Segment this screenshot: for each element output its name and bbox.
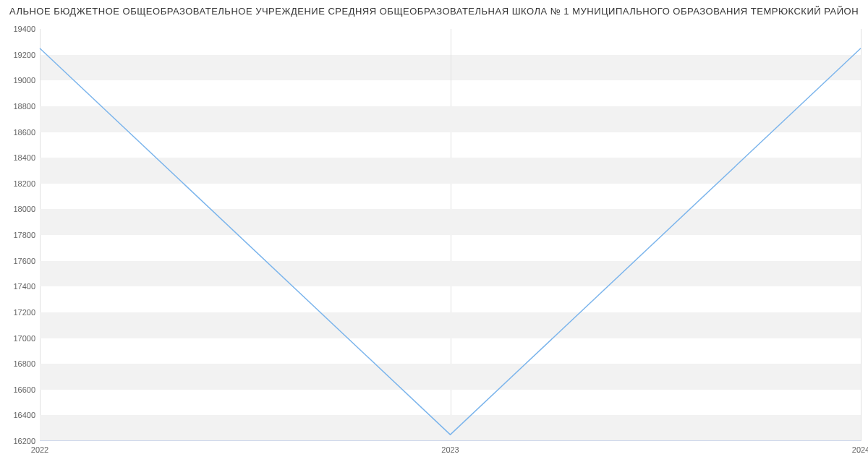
- y-tick-label: 16400: [13, 411, 40, 419]
- x-tick-label: 2023: [441, 441, 459, 454]
- x-tick-label: 2022: [31, 441, 48, 454]
- y-tick-label: 16600: [13, 385, 40, 394]
- x-tick-label: 2024: [852, 441, 868, 454]
- chart-title: АЛЬНОЕ БЮДЖЕТНОЕ ОБЩЕОБРАЗОВАТЕЛЬНОЕ УЧР…: [0, 6, 868, 17]
- y-tick-label: 19400: [13, 25, 40, 33]
- y-tick-label: 19200: [13, 51, 40, 59]
- y-tick-label: 17800: [13, 231, 40, 239]
- chart-container: АЛЬНОЕ БЮДЖЕТНОЕ ОБЩЕОБРАЗОВАТЕЛЬНОЕ УЧР…: [0, 0, 868, 470]
- y-tick-label: 18000: [13, 205, 40, 213]
- grid-line-vertical: [861, 29, 861, 441]
- y-tick-label: 17200: [13, 308, 40, 317]
- y-tick-label: 17400: [13, 282, 40, 291]
- line-chart-svg: [40, 29, 861, 441]
- y-tick-label: 19000: [13, 76, 40, 85]
- plot-area: 1620016400166001680017000172001740017600…: [40, 29, 861, 441]
- y-tick-label: 17000: [13, 334, 40, 343]
- y-tick-label: 18400: [13, 153, 40, 162]
- y-tick-label: 18200: [13, 179, 40, 188]
- y-tick-label: 18600: [13, 128, 40, 137]
- y-tick-label: 17600: [13, 257, 40, 265]
- y-tick-label: 18800: [13, 102, 40, 111]
- y-tick-label: 16800: [13, 359, 40, 368]
- data-series-line: [40, 48, 861, 435]
